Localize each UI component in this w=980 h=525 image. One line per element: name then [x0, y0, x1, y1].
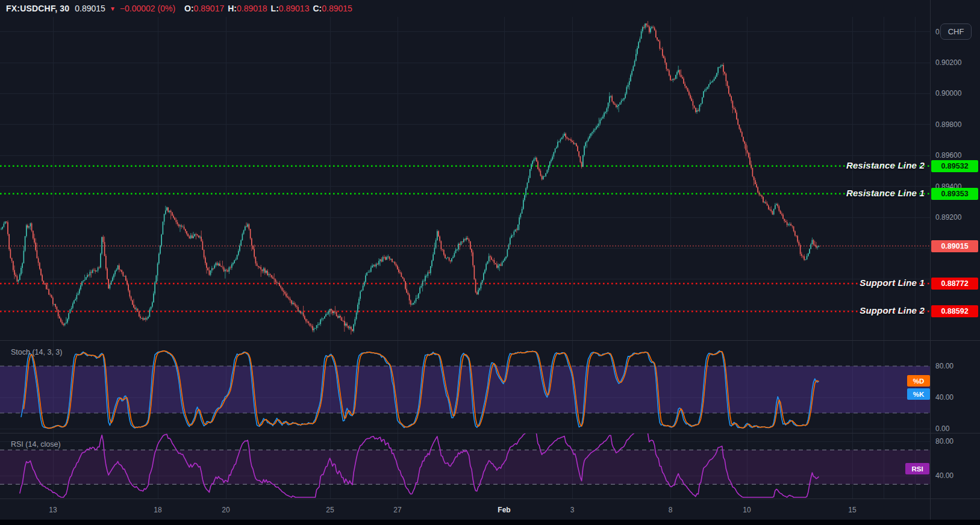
rsi-axis-tick: 40.00 [935, 471, 953, 480]
price-badge-last: 0.89015 [931, 240, 978, 252]
time-tick-feb: Feb [498, 506, 510, 514]
currency-toggle-button[interactable]: CHF [940, 23, 972, 40]
price-axis[interactable]: 0.904000.902000.900000.898000.896000.894… [931, 0, 980, 520]
price-badge-support: 0.88772 [931, 278, 978, 290]
time-tick-10: 10 [743, 506, 751, 514]
price-down-icon: ▼ [110, 5, 116, 12]
rsi-axis-tick: 80.00 [935, 437, 953, 446]
window-bottom-edge [0, 520, 980, 525]
price-tick: 0.89800 [935, 120, 961, 129]
stoch-axis-tick: 0.00 [935, 424, 949, 433]
ohlc-value: 0.89015 [322, 4, 352, 13]
price-badge-resistance: 0.89353 [931, 188, 978, 200]
ohlc-label: C: [313, 4, 322, 13]
ohlc-label: L: [271, 4, 279, 13]
ohlc-value: 0.89017 [194, 4, 225, 13]
time-tick-27: 27 [393, 506, 401, 514]
trading-chart-app: FX:USDCHF, 30 0.89015 ▼ −0.00002 (0%) O:… [0, 0, 980, 525]
ohlc-value: 0.89013 [279, 4, 310, 13]
price-tick: 0.89200 [935, 213, 961, 222]
legend-last-price: 0.89015 [75, 4, 105, 13]
currency-label: CHF [948, 27, 964, 36]
price-tick: 0.89600 [935, 151, 961, 160]
symbol-title[interactable]: FX:USDCHF, 30 [6, 4, 69, 13]
stoch-axis-tick: 80.00 [935, 362, 953, 370]
ohlc-label: H: [228, 4, 237, 13]
stoch-badge-pct-k: %K [907, 388, 930, 400]
level-label-support-line-1: Support Line 1 [860, 278, 925, 288]
price-tick: 0.90200 [935, 58, 961, 67]
level-label-support-line-2: Support Line 2 [860, 305, 925, 315]
chart-canvas[interactable] [0, 0, 980, 525]
level-label-resistance-line-2: Resistance Line 2 [846, 160, 925, 170]
price-badge-resistance: 0.89532 [931, 160, 978, 172]
rsi-legend[interactable]: RSI (14, close) [11, 440, 61, 449]
level-label-resistance-line-1: Resistance Line 1 [846, 188, 925, 198]
time-tick-13: 13 [49, 506, 57, 514]
time-tick-8: 8 [669, 506, 673, 514]
price-badge-support: 0.88592 [931, 305, 978, 317]
symbol-legend: FX:USDCHF, 30 0.89015 ▼ −0.00002 (0%) O:… [6, 0, 352, 17]
ohlc-values: O:0.89017H:0.89018L:0.89013C:0.89015 [181, 4, 352, 13]
time-tick-20: 20 [222, 506, 229, 514]
ohlc-label: O: [184, 4, 194, 13]
ohlc-value: 0.89018 [237, 4, 267, 13]
time-tick-18: 18 [154, 506, 161, 514]
stoch-badge-pct-d: %D [907, 375, 930, 387]
time-tick-3: 3 [570, 506, 575, 514]
stoch-legend[interactable]: Stoch (14, 3, 3) [11, 348, 62, 356]
time-tick-25: 25 [326, 506, 334, 514]
time-tick-15: 15 [848, 506, 856, 514]
stoch-axis-tick: 40.00 [935, 393, 953, 402]
price-change: −0.00002 (0%) [120, 4, 175, 13]
price-tick: 0.90000 [935, 89, 961, 98]
time-axis[interactable]: 1318202527Feb381015 [0, 499, 980, 520]
rsi-badge: RSI [905, 463, 929, 474]
